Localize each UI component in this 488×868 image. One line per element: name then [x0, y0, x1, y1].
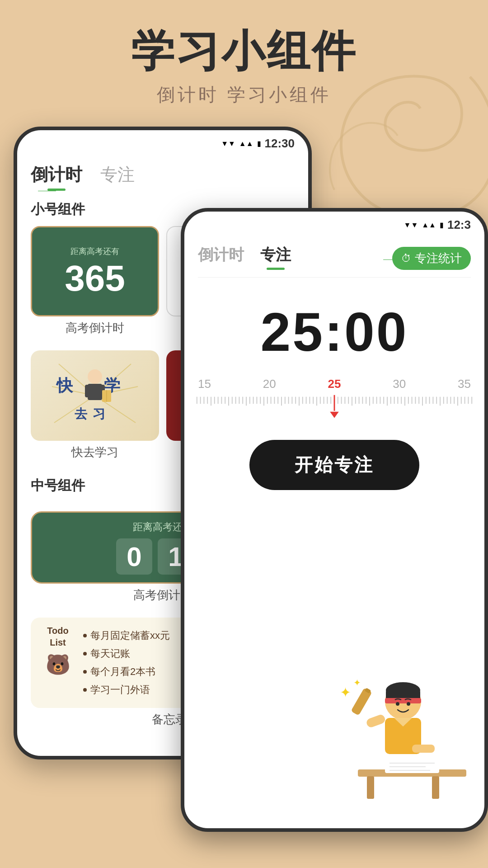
- svg-text:✦: ✦: [353, 678, 361, 688]
- gaokao-number: 365: [65, 260, 125, 297]
- bear-icon: 🐻: [46, 653, 70, 676]
- svg-rect-130: [385, 760, 439, 773]
- focus-stats-button[interactable]: ⏱ 专注统计: [392, 247, 471, 270]
- tab-focus-front[interactable]: 专注: [260, 245, 291, 270]
- wifi-icon-front: ▼▼: [404, 221, 418, 229]
- widget-gaokao-green[interactable]: 距离高考还有 365 高考倒计时: [31, 226, 159, 343]
- timeline-ruler[interactable]: 15 20 25 30 35: [184, 377, 484, 422]
- tab-focus-back[interactable]: 专注: [100, 163, 135, 191]
- tab-countdown[interactable]: 倒计时: [31, 163, 82, 191]
- signal-icon: ▲▲: [239, 140, 253, 148]
- timer-time: 25:00: [198, 305, 471, 359]
- svg-rect-123: [366, 713, 386, 728]
- study-boy-illustration: ✦ ✦: [331, 675, 475, 810]
- tabs-back: 倒计时 专注: [17, 154, 308, 191]
- start-focus-button[interactable]: 开始专注: [249, 440, 419, 490]
- phone-front: ▼▼ ▲▲ ▮ 12:3 倒计时 专注 ⏱ 专注统计 25:00 15 20 2…: [181, 208, 488, 832]
- timer-display: 25:00: [184, 278, 484, 368]
- svg-text:去: 去: [75, 407, 88, 421]
- widget-study-card[interactable]: 快 学 去 习: [31, 350, 159, 467]
- phones-container: ▼▼ ▲▲ ▮ 12:30 倒计时 专注 小号组件 距离高考还有 365 高考倒…: [0, 127, 488, 868]
- todo-title: TodoList: [47, 625, 68, 648]
- svg-rect-24: [85, 385, 91, 397]
- widget-label-0: 高考倒计时: [31, 316, 159, 343]
- battery-icon-front: ▮: [440, 221, 444, 229]
- app-subtitle: 倒计时 学习小组件: [0, 82, 488, 107]
- gaokao-top-text: 距离高考还有: [70, 246, 119, 257]
- tab-countdown-front[interactable]: 倒计时: [198, 245, 244, 270]
- svg-rect-129: [432, 776, 439, 799]
- ruler-label-35: 35: [458, 377, 471, 391]
- ruler-track: [193, 395, 475, 422]
- status-bar-front: ▼▼ ▲▲ ▮ 12:3: [184, 212, 484, 236]
- svg-rect-126: [412, 745, 435, 753]
- ruler-label-25: 25: [328, 377, 341, 391]
- svg-point-120: [396, 702, 399, 706]
- battery-icon: ▮: [257, 139, 261, 148]
- signal-icon-front: ▲▲: [422, 221, 436, 229]
- svg-marker-74: [330, 412, 339, 418]
- status-bar-back: ▼▼ ▲▲ ▮ 12:30: [17, 130, 308, 154]
- study-illustration: 快 学 去 习: [50, 359, 140, 432]
- svg-point-22: [88, 369, 102, 384]
- svg-text:习: 习: [93, 407, 105, 421]
- svg-text:快: 快: [56, 376, 74, 395]
- svg-rect-128: [367, 776, 374, 799]
- widget-label-2: 快去学习: [31, 441, 159, 467]
- wifi-icon: ▼▼: [221, 140, 235, 148]
- svg-rect-119: [385, 698, 421, 703]
- app-title: 学习小组件: [0, 27, 488, 75]
- ruler-labels: 15 20 25 30 35: [193, 377, 475, 391]
- ruler-label-15: 15: [198, 377, 211, 391]
- ruler-label-30: 30: [393, 377, 406, 391]
- svg-point-121: [407, 702, 410, 706]
- status-time-front: 12:3: [447, 218, 471, 232]
- svg-text:✦: ✦: [340, 685, 351, 700]
- front-tabs: 倒计时 专注 ⏱ 专注统计: [184, 236, 484, 270]
- status-time-back: 12:30: [265, 137, 295, 151]
- digit-0: 0: [116, 538, 152, 575]
- ruler-label-20: 20: [263, 377, 276, 391]
